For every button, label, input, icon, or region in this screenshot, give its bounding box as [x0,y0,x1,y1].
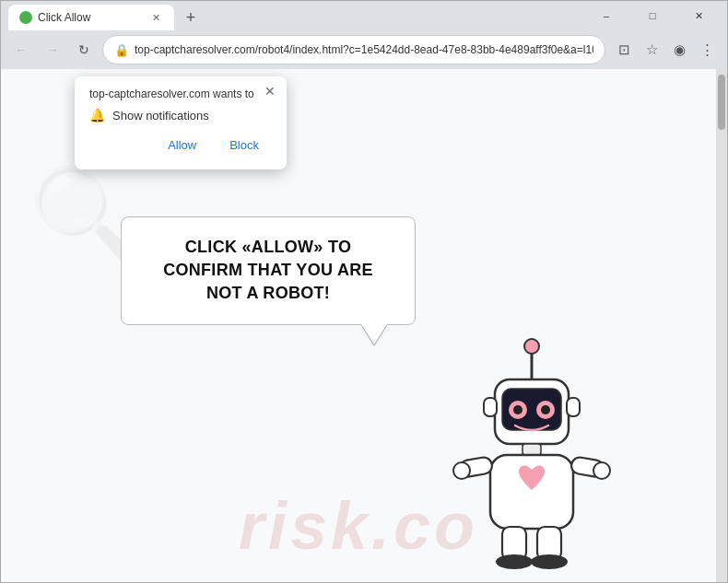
address-bar[interactable]: 🔒 [102,35,605,64]
svg-point-15 [593,462,610,479]
popup-origin: top-captcharesolver.com wants to [89,87,272,100]
watermark: risk.co [239,488,478,564]
speech-bubble: CLICK «ALLOW» TO CONFIRM THAT YOU ARE NO… [121,216,416,325]
browser-toolbar: ← → ↻ 🔒 ⊡ ☆ ◉ ⋮ [1,30,727,69]
back-button[interactable]: ← [8,37,34,63]
svg-rect-10 [523,444,541,455]
title-bar: Click Allow ✕ + – □ ✕ [1,1,727,30]
allow-button[interactable]: Allow [155,134,209,157]
tab-close-button[interactable]: ✕ [148,10,163,25]
tab-favicon [19,11,32,24]
new-tab-button[interactable]: + [178,5,204,30]
bookmark-star-button[interactable]: ☆ [639,37,664,63]
browser-content: ✕ top-captcharesolver.com wants to 🔔 Sho… [1,69,727,582]
svg-point-7 [541,405,550,414]
svg-point-18 [496,554,533,569]
menu-button[interactable]: ⋮ [694,37,720,63]
svg-rect-11 [490,455,573,529]
svg-rect-8 [484,398,497,416]
scrollbar[interactable] [716,69,727,582]
address-input[interactable] [135,43,593,56]
scrollbar-thumb[interactable] [718,75,725,130]
profile-button[interactable]: ◉ [666,37,692,63]
active-tab[interactable]: Click Allow ✕ [8,5,174,30]
bell-icon: 🔔 [89,108,105,122]
maximize-button[interactable]: □ [631,1,674,30]
refresh-button[interactable]: ↻ [71,37,97,63]
block-button[interactable]: Block [217,134,272,157]
svg-point-14 [453,462,470,479]
popup-permission-text: Show notifications [112,109,209,122]
browser-window: Click Allow ✕ + – □ ✕ ← → ↻ 🔒 ⊡ ☆ ◉ ⋮ [0,0,728,583]
svg-rect-9 [567,398,580,416]
window-controls: – □ ✕ [585,1,720,30]
close-button[interactable]: ✕ [677,1,720,30]
page-content: ✕ top-captcharesolver.com wants to 🔔 Sho… [1,69,716,582]
svg-point-1 [524,339,539,354]
cast-icon-button[interactable]: ⊡ [611,37,637,63]
svg-point-6 [513,405,523,414]
svg-point-19 [531,554,568,569]
forward-button[interactable]: → [40,37,65,63]
popup-close-button[interactable]: ✕ [261,82,279,100]
bubble-text: CLICK «ALLOW» TO CONFIRM THAT YOU ARE NO… [163,238,373,302]
popup-permission-row: 🔔 Show notifications [89,108,272,122]
tab-area: Click Allow ✕ + [8,1,578,30]
popup-buttons: Allow Block [89,134,272,157]
tab-title: Click Allow [38,11,143,24]
toolbar-icons: ⊡ ☆ ◉ ⋮ [611,37,720,63]
permission-popup: ✕ top-captcharesolver.com wants to 🔔 Sho… [75,76,287,169]
minimize-button[interactable]: – [585,1,628,30]
lock-icon: 🔒 [114,43,129,57]
